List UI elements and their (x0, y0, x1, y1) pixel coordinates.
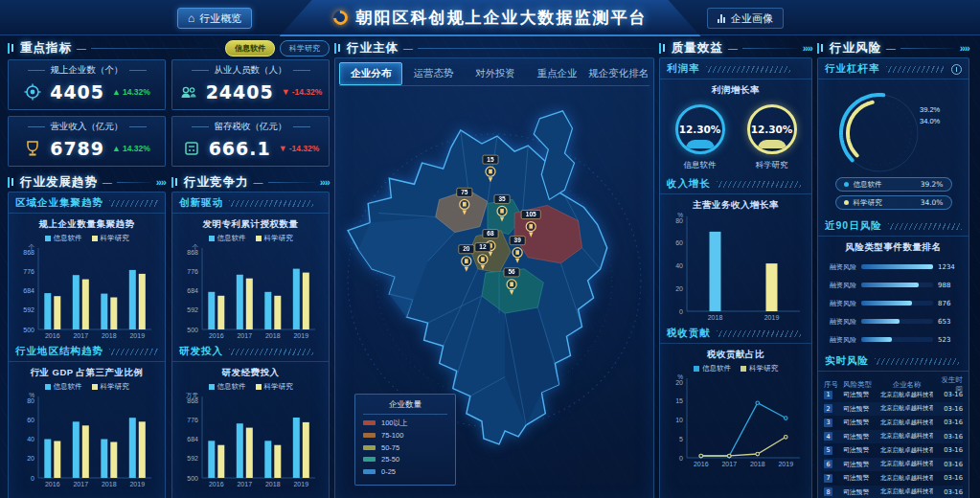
svg-text:35: 35 (498, 195, 506, 202)
svg-text:%: % (677, 374, 683, 380)
svg-text:%: % (677, 212, 683, 218)
nav-enterprise-profile-button[interactable]: 企业画像 (707, 8, 784, 29)
chart-title: 发明专利累计授权数量 (172, 214, 329, 231)
chart-legend: 信息软件科学研究 (172, 231, 329, 243)
entity-tabbar: 企业分布 运营态势 对外投资 重点企业 规企变化排名 (339, 62, 650, 86)
chart-legend: 信息软件科学研究 (660, 361, 811, 374)
key-indicators-header: 重点指标 — 信息软件 科学研究 (8, 38, 330, 57)
expand-icon[interactable]: »» (803, 42, 812, 54)
panel-quality-benefit: 质量效益 — »» 利润率 利润增长率 12.30% 信息软件 (659, 38, 812, 498)
svg-text:2016: 2016 (208, 332, 223, 339)
svg-text:20: 20 (675, 285, 683, 292)
map-legend-item: 50-75 (363, 443, 447, 452)
table-row[interactable]: 2司法预警北京启航卓越科技有限公司03-16 (824, 402, 963, 417)
hbar-row: 融资风险523 (826, 330, 961, 349)
chart-legend: 信息软件科学研究 (9, 379, 165, 392)
expand-icon[interactable]: »» (156, 176, 166, 188)
svg-text:39.2%: 39.2% (920, 105, 941, 114)
svg-text:0: 0 (31, 475, 34, 482)
chart-title: 主营业务收入增长率 (660, 194, 811, 212)
top-bar: 朝阳区科创规上企业大数据监测平台 ⌂ 行业概览 企业画像 (0, 0, 980, 35)
bar-chart-rd: 500592684776868万元2016201720182019 (172, 392, 329, 489)
section-region-structure: 行业地区结构趋势 (9, 341, 165, 362)
section-recent-risk: 近90日风险 (818, 215, 969, 237)
info-icon[interactable] (951, 64, 962, 75)
bar-chart-cluster: 500592684776868个2016201720182019 (9, 243, 165, 341)
home-icon: ⌂ (188, 12, 194, 24)
svg-text:500: 500 (23, 327, 34, 333)
tab-operation-status[interactable]: 运营态势 (402, 62, 464, 85)
expand-icon[interactable]: »» (320, 176, 330, 188)
legend-item: 科学研究 34.0% (835, 195, 952, 210)
svg-text:0: 0 (679, 455, 683, 462)
svg-text:2018: 2018 (708, 314, 723, 321)
risk-title: 行业风险 (830, 40, 881, 57)
svg-text:75: 75 (461, 189, 468, 195)
table-row[interactable]: 7司法预警北京启航卓越科技有限公司03-16 (824, 471, 963, 486)
stat-card-revenue: 营业收入（亿元） 6789 ▲14.32% (8, 116, 166, 167)
chart-title: 利润增长率 (660, 79, 811, 97)
tab-outbound-investment[interactable]: 对外投资 (465, 62, 526, 85)
table-row[interactable]: 6司法预警北京启航卓越科技有限公司03-16 (824, 458, 963, 472)
svg-text:个: 个 (28, 243, 34, 250)
up-arrow-icon: ▲ (112, 144, 121, 153)
legend-item: 信息软件 (45, 382, 82, 392)
filter-science-research[interactable]: 科学研究 (280, 40, 330, 57)
table-row[interactable]: 4司法预警北京启航卓越科技有限公司03-16 (824, 430, 963, 444)
legend-item: 信息软件 (209, 234, 246, 243)
legend-item: 信息软件 (45, 234, 82, 243)
filter-info-software[interactable]: 信息软件 (225, 40, 275, 57)
svg-text:2019: 2019 (129, 332, 145, 339)
tab-enterprise-distribution[interactable]: 企业分布 (339, 62, 402, 85)
legend-item: 科学研究 (92, 234, 129, 243)
table-row[interactable]: 8司法预警北京启航卓越科技有限公司03-16 (824, 486, 963, 498)
map-legend-item: 75-100 (363, 431, 447, 440)
chart-legend: 信息软件科学研究 (172, 379, 329, 392)
svg-text:20: 20 (27, 455, 34, 462)
legend-item: 信息软件 (209, 382, 246, 392)
nav-industry-overview-label: 行业概览 (199, 11, 241, 26)
line-chart-tax: 05101520%2016201720182019 (660, 374, 811, 469)
svg-text:2019: 2019 (778, 461, 793, 467)
chart-legend: 信息软件科学研究 (9, 231, 165, 243)
page-title: 朝阳区科创规上企业大数据监测平台 (356, 7, 648, 29)
svg-text:2017: 2017 (721, 461, 737, 467)
legend-item: 信息软件 39.2% (835, 177, 952, 192)
leverage-gauge: 39.2%34.0% (818, 79, 969, 175)
bar-chart-gdp: 020406080%2016201720182019 (9, 392, 165, 489)
svg-text:万元: 万元 (186, 392, 199, 398)
gear-badge-icon (23, 82, 42, 102)
quality-title: 质量效益 (672, 40, 723, 57)
svg-text:10: 10 (675, 417, 683, 423)
section-profit-rate: 利润率 (660, 58, 811, 79)
competitiveness-title: 行业竞争力 (184, 174, 249, 191)
nav-industry-overview-button[interactable]: ⌂ 行业概览 (177, 8, 252, 29)
table-row[interactable]: 5司法预警北京启航卓越科技有限公司03-16 (824, 443, 963, 458)
tab-change-ranking[interactable]: 规企变化排名 (588, 62, 650, 85)
svg-text:776: 776 (23, 268, 34, 275)
bar-chart-patents: 500592684776868个2016201720182019 (172, 243, 329, 341)
map-legend-item: 0-25 (363, 467, 447, 476)
leverage-legend: 信息软件 39.2% 科学研究 34.0% (818, 175, 969, 215)
svg-text:2016: 2016 (208, 481, 223, 487)
chart-title: 风险类型事件数量排名 (818, 237, 969, 254)
tab-key-enterprises[interactable]: 重点企业 (526, 62, 587, 85)
svg-text:592: 592 (187, 455, 198, 462)
panel-bars-icon (659, 43, 667, 54)
key-indicators-title: 重点指标 (20, 40, 72, 57)
panel-bars-icon (171, 177, 179, 188)
map-legend-title: 企业数量 (363, 399, 447, 415)
svg-text:2016: 2016 (44, 332, 59, 339)
panel-industry-dev-trend: 行业发展趋势 — »» 区域企业集聚趋势 规上企业数量集聚趋势 信息软件科学研究… (8, 172, 166, 498)
svg-text:2017: 2017 (237, 481, 252, 487)
realtime-risk-table: 序号风险类型企业名称发生时间1司法预警北京启航卓越科技有限公司03-162司法预… (818, 372, 969, 498)
dashboard: 朝阳区科创规上企业大数据监测平台 ⌂ 行业概览 企业画像 重点指标 — 信息软件… (0, 0, 980, 498)
svg-text:684: 684 (23, 287, 34, 294)
table-row[interactable]: 3司法预警北京启航卓越科技有限公司03-16 (824, 416, 963, 430)
expand-icon[interactable]: »» (960, 42, 969, 54)
district-map[interactable]: 1575351056839201256 企业数量 100以上75-10050-7… (335, 87, 653, 498)
left-column: 重点指标 — 信息软件 科学研究 规上企业数（个） 4405 ▲14.32% 从… (8, 38, 330, 498)
svg-text:40: 40 (27, 436, 34, 442)
dev-trend-title: 行业发展趋势 (20, 174, 98, 191)
svg-text:776: 776 (187, 417, 198, 423)
